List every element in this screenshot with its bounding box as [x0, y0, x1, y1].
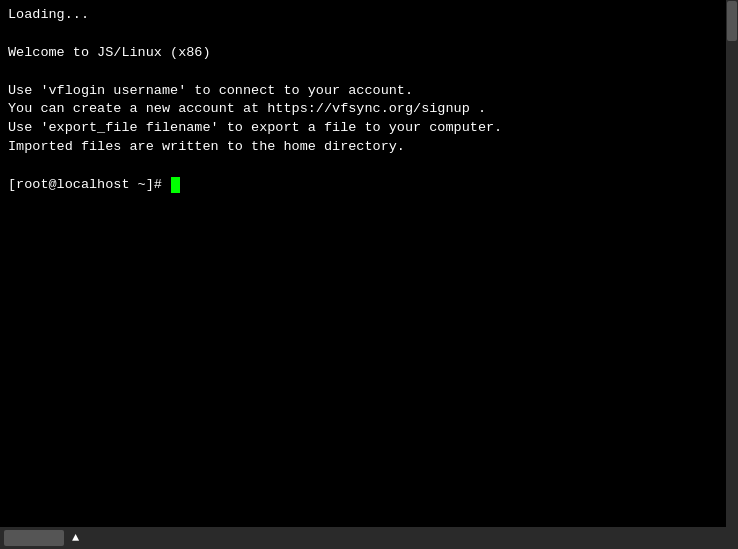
terminal-line-empty-1	[8, 25, 730, 44]
scrollbar[interactable]	[726, 0, 738, 527]
prompt-text: [root@localhost ~]#	[8, 176, 170, 195]
terminal-line-export: Use 'export_file filename' to export a f…	[8, 119, 730, 138]
terminal-line-empty-3	[8, 157, 730, 176]
terminal-line-welcome: Welcome to JS/Linux (x86)	[8, 44, 730, 63]
terminal-line-loading: Loading...	[8, 6, 730, 25]
terminal-line-account: You can create a new account at https://…	[8, 100, 730, 119]
terminal-line-vflogin: Use 'vflogin username' to connect to you…	[8, 82, 730, 101]
prompt-line[interactable]: [root@localhost ~]#	[8, 176, 730, 195]
terminal-line-imported: Imported files are written to the home d…	[8, 138, 730, 157]
scrollbar-thumb[interactable]	[727, 1, 737, 41]
bottom-bar-arrow-icon: ▲	[72, 531, 79, 545]
bottom-bar-button[interactable]	[4, 530, 64, 546]
bottom-bar: ▲	[0, 527, 738, 549]
terminal-cursor	[171, 177, 180, 193]
terminal-body[interactable]: Loading... Welcome to JS/Linux (x86) Use…	[0, 0, 738, 527]
terminal-line-empty-2	[8, 63, 730, 82]
terminal-window[interactable]: Loading... Welcome to JS/Linux (x86) Use…	[0, 0, 738, 549]
